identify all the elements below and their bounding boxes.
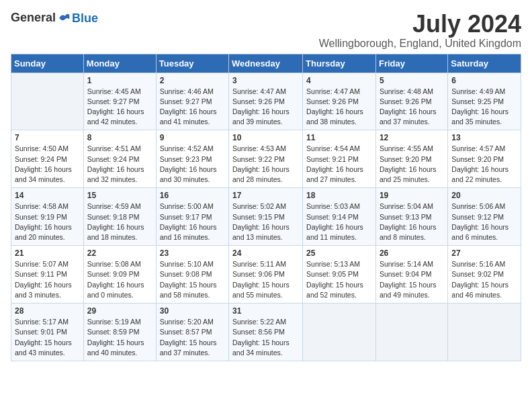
cell-content: Sunrise: 5:16 AM Sunset: 9:02 PM Dayligh…	[451, 259, 517, 300]
calendar-cell: 29Sunrise: 5:19 AM Sunset: 8:59 PM Dayli…	[83, 304, 156, 361]
day-number: 10	[232, 133, 299, 142]
day-number: 15	[87, 191, 152, 200]
day-number: 23	[160, 248, 225, 258]
day-number: 3	[232, 76, 299, 85]
calendar-cell: 31Sunrise: 5:22 AM Sunset: 8:56 PM Dayli…	[229, 304, 303, 361]
calendar-cell: 6Sunrise: 4:49 AM Sunset: 9:25 PM Daylig…	[448, 73, 521, 130]
calendar-cell: 28Sunrise: 5:17 AM Sunset: 9:01 PM Dayli…	[11, 304, 84, 361]
day-number: 5	[380, 76, 444, 85]
page-header: General Blue July 2024 Wellingborough, E…	[11, 11, 521, 50]
cell-content: Sunrise: 4:49 AM Sunset: 9:25 PM Dayligh…	[451, 87, 517, 128]
calendar-cell: 16Sunrise: 5:00 AM Sunset: 9:17 PM Dayli…	[156, 188, 228, 246]
calendar-cell: 5Sunrise: 4:48 AM Sunset: 9:26 PM Daylig…	[375, 73, 447, 130]
cell-content: Sunrise: 5:13 AM Sunset: 9:05 PM Dayligh…	[306, 259, 372, 300]
cell-content: Sunrise: 5:03 AM Sunset: 9:14 PM Dayligh…	[306, 201, 372, 242]
calendar-cell: 4Sunrise: 4:47 AM Sunset: 9:26 PM Daylig…	[303, 73, 376, 130]
calendar-week-row: 14Sunrise: 4:58 AM Sunset: 9:19 PM Dayli…	[11, 188, 521, 246]
calendar-cell: 19Sunrise: 5:04 AM Sunset: 9:13 PM Dayli…	[375, 188, 447, 246]
cell-content: Sunrise: 5:14 AM Sunset: 9:04 PM Dayligh…	[380, 259, 444, 300]
cell-content: Sunrise: 4:46 AM Sunset: 9:27 PM Dayligh…	[160, 87, 225, 128]
cell-content: Sunrise: 5:04 AM Sunset: 9:13 PM Dayligh…	[380, 201, 444, 242]
day-number: 30	[160, 306, 225, 316]
day-of-week-header: Saturday	[448, 54, 521, 73]
day-of-week-header: Sunday	[11, 54, 84, 73]
cell-content: Sunrise: 4:58 AM Sunset: 9:19 PM Dayligh…	[15, 201, 80, 242]
day-number: 13	[451, 133, 517, 142]
logo: General Blue	[11, 11, 98, 25]
logo-icon	[57, 11, 71, 25]
day-number: 11	[306, 133, 372, 142]
day-number: 12	[380, 133, 444, 142]
cell-content: Sunrise: 5:22 AM Sunset: 8:56 PM Dayligh…	[232, 317, 299, 358]
day-number: 6	[451, 76, 517, 85]
calendar-cell: 7Sunrise: 4:50 AM Sunset: 9:24 PM Daylig…	[11, 130, 84, 188]
calendar-cell	[448, 304, 521, 361]
calendar-cell: 9Sunrise: 4:52 AM Sunset: 9:23 PM Daylig…	[156, 130, 228, 188]
calendar-cell: 20Sunrise: 5:06 AM Sunset: 9:12 PM Dayli…	[448, 188, 521, 246]
day-number: 22	[87, 248, 152, 258]
cell-content: Sunrise: 5:02 AM Sunset: 9:15 PM Dayligh…	[232, 201, 299, 242]
day-number: 8	[87, 133, 152, 142]
day-of-week-header: Tuesday	[156, 54, 228, 73]
day-number: 20	[451, 191, 517, 200]
day-number: 17	[232, 191, 299, 200]
day-number: 9	[160, 133, 225, 142]
calendar-cell: 11Sunrise: 4:54 AM Sunset: 9:21 PM Dayli…	[303, 130, 376, 188]
calendar-cell	[303, 304, 376, 361]
day-number: 31	[232, 306, 299, 316]
day-number: 21	[15, 248, 80, 258]
calendar-cell: 2Sunrise: 4:46 AM Sunset: 9:27 PM Daylig…	[156, 73, 228, 130]
calendar-cell	[375, 304, 447, 361]
calendar-table: SundayMondayTuesdayWednesdayThursdayFrid…	[11, 54, 521, 361]
calendar-header-row: SundayMondayTuesdayWednesdayThursdayFrid…	[11, 54, 521, 73]
cell-content: Sunrise: 5:00 AM Sunset: 9:17 PM Dayligh…	[160, 201, 225, 242]
calendar-cell: 13Sunrise: 4:57 AM Sunset: 9:20 PM Dayli…	[448, 130, 521, 188]
cell-content: Sunrise: 4:47 AM Sunset: 9:26 PM Dayligh…	[306, 87, 372, 128]
day-number: 18	[306, 191, 372, 200]
day-number: 24	[232, 248, 299, 258]
calendar-cell: 10Sunrise: 4:53 AM Sunset: 9:22 PM Dayli…	[229, 130, 303, 188]
calendar-cell: 22Sunrise: 5:08 AM Sunset: 9:09 PM Dayli…	[83, 246, 156, 304]
cell-content: Sunrise: 5:20 AM Sunset: 8:57 PM Dayligh…	[160, 317, 225, 358]
calendar-cell: 23Sunrise: 5:10 AM Sunset: 9:08 PM Dayli…	[156, 246, 228, 304]
day-number: 25	[306, 248, 372, 258]
calendar-cell: 1Sunrise: 4:45 AM Sunset: 9:27 PM Daylig…	[83, 73, 156, 130]
day-of-week-header: Friday	[375, 54, 447, 73]
calendar-week-row: 7Sunrise: 4:50 AM Sunset: 9:24 PM Daylig…	[11, 130, 521, 188]
title-area: July 2024 Wellingborough, England, Unite…	[319, 11, 521, 50]
cell-content: Sunrise: 5:17 AM Sunset: 9:01 PM Dayligh…	[15, 317, 80, 358]
calendar-cell: 30Sunrise: 5:20 AM Sunset: 8:57 PM Dayli…	[156, 304, 228, 361]
day-number: 2	[160, 76, 225, 85]
logo-general: General	[11, 11, 56, 25]
calendar-cell: 18Sunrise: 5:03 AM Sunset: 9:14 PM Dayli…	[303, 188, 376, 246]
day-of-week-header: Wednesday	[229, 54, 303, 73]
calendar-cell: 8Sunrise: 4:51 AM Sunset: 9:24 PM Daylig…	[83, 130, 156, 188]
day-number: 4	[306, 76, 372, 85]
cell-content: Sunrise: 4:50 AM Sunset: 9:24 PM Dayligh…	[15, 144, 80, 185]
cell-content: Sunrise: 4:48 AM Sunset: 9:26 PM Dayligh…	[380, 87, 444, 128]
cell-content: Sunrise: 4:57 AM Sunset: 9:20 PM Dayligh…	[451, 144, 517, 185]
calendar-week-row: 1Sunrise: 4:45 AM Sunset: 9:27 PM Daylig…	[11, 73, 521, 130]
cell-content: Sunrise: 5:10 AM Sunset: 9:08 PM Dayligh…	[160, 259, 225, 300]
calendar-cell: 3Sunrise: 4:47 AM Sunset: 9:26 PM Daylig…	[229, 73, 303, 130]
cell-content: Sunrise: 4:52 AM Sunset: 9:23 PM Dayligh…	[160, 144, 225, 185]
calendar-cell: 17Sunrise: 5:02 AM Sunset: 9:15 PM Dayli…	[229, 188, 303, 246]
calendar-cell: 12Sunrise: 4:55 AM Sunset: 9:20 PM Dayli…	[375, 130, 447, 188]
calendar-cell: 15Sunrise: 4:59 AM Sunset: 9:18 PM Dayli…	[83, 188, 156, 246]
calendar-cell: 26Sunrise: 5:14 AM Sunset: 9:04 PM Dayli…	[375, 246, 447, 304]
calendar-week-row: 28Sunrise: 5:17 AM Sunset: 9:01 PM Dayli…	[11, 304, 521, 361]
calendar-cell	[11, 73, 84, 130]
cell-content: Sunrise: 5:06 AM Sunset: 9:12 PM Dayligh…	[451, 201, 517, 242]
calendar-cell: 14Sunrise: 4:58 AM Sunset: 9:19 PM Dayli…	[11, 188, 84, 246]
cell-content: Sunrise: 4:55 AM Sunset: 9:20 PM Dayligh…	[380, 144, 444, 185]
day-number: 14	[15, 191, 80, 200]
cell-content: Sunrise: 4:59 AM Sunset: 9:18 PM Dayligh…	[87, 201, 152, 242]
location-title: Wellingborough, England, United Kingdom	[319, 38, 521, 50]
day-number: 28	[15, 306, 80, 316]
logo-blue: Blue	[72, 12, 98, 24]
cell-content: Sunrise: 4:47 AM Sunset: 9:26 PM Dayligh…	[232, 87, 299, 128]
calendar-week-row: 21Sunrise: 5:07 AM Sunset: 9:11 PM Dayli…	[11, 246, 521, 304]
cell-content: Sunrise: 4:51 AM Sunset: 9:24 PM Dayligh…	[87, 144, 152, 185]
cell-content: Sunrise: 4:54 AM Sunset: 9:21 PM Dayligh…	[306, 144, 372, 185]
day-number: 29	[87, 306, 152, 316]
